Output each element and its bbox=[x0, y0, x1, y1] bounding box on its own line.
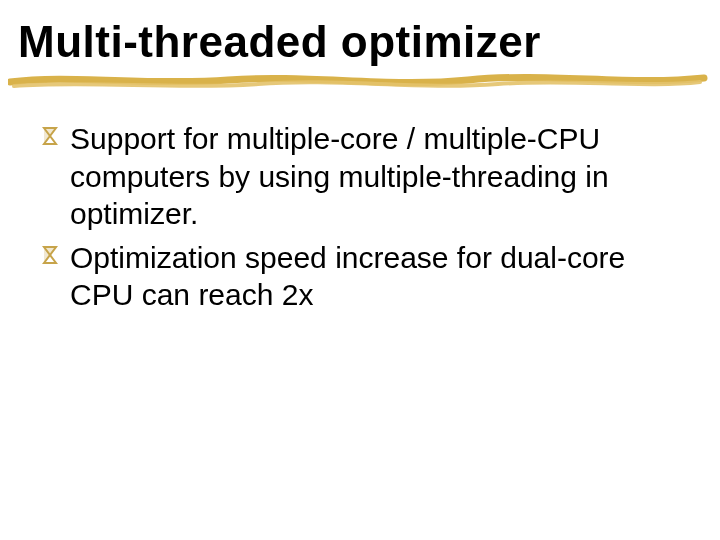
bullet-icon bbox=[40, 245, 62, 267]
slide-body: Support for multiple-core / multiple-CPU… bbox=[40, 120, 660, 320]
title-underline bbox=[18, 72, 702, 86]
bullet-text: Optimization speed increase for dual-cor… bbox=[70, 241, 625, 312]
bullet-icon bbox=[40, 126, 62, 148]
bullet-item: Optimization speed increase for dual-cor… bbox=[40, 239, 660, 314]
title-block: Multi-threaded optimizer bbox=[18, 18, 702, 86]
slide: Multi-threaded optimizer Support for mul… bbox=[0, 0, 720, 540]
underline-stroke bbox=[8, 68, 708, 92]
bullet-text: Support for multiple-core / multiple-CPU… bbox=[70, 122, 609, 230]
slide-title: Multi-threaded optimizer bbox=[18, 18, 702, 66]
bullet-item: Support for multiple-core / multiple-CPU… bbox=[40, 120, 660, 233]
